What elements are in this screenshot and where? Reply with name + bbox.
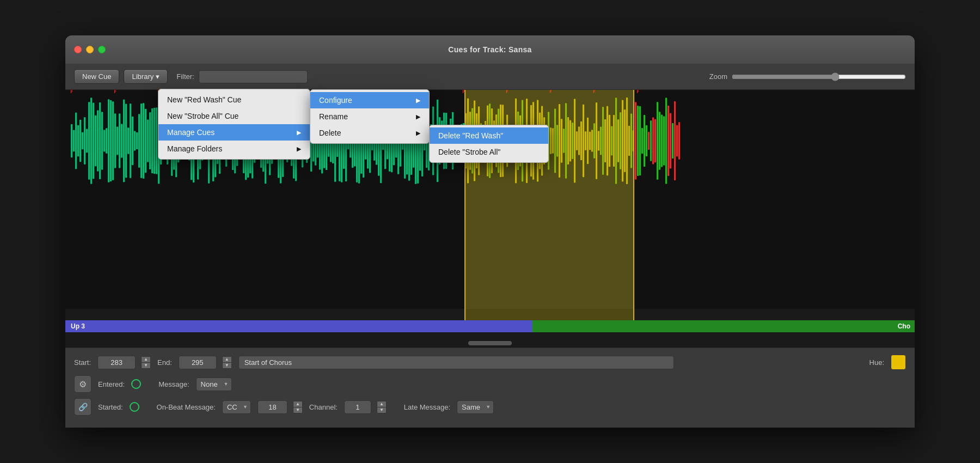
- menu-item-delete-red-wash[interactable]: Delete "Red Wash": [430, 127, 548, 144]
- menu-item-configure[interactable]: Configure ▶: [310, 92, 429, 108]
- cho-label: Cho: [898, 322, 910, 330]
- svg-rect-279: [670, 113, 671, 169]
- start-label: Start:: [74, 358, 91, 367]
- link-icon: 🔗: [78, 403, 88, 411]
- configure-chevron: ▶: [416, 97, 420, 104]
- dropdown-arrow-icon: ▾: [156, 72, 160, 81]
- library-label: Library: [132, 72, 154, 81]
- late-message-select[interactable]: Same: [457, 400, 494, 414]
- beat-down-btn[interactable]: ▼: [293, 407, 303, 413]
- svg-rect-5: [73, 130, 75, 152]
- rename-chevron: ▶: [416, 113, 420, 120]
- maximize-button[interactable]: [98, 46, 106, 53]
- svg-rect-265: [639, 106, 641, 175]
- zoom-slider[interactable]: [732, 72, 906, 81]
- menu-item-manage-cues[interactable]: Manage Cues ▶ Configure ▶ Rename ▶ Delet…: [158, 124, 310, 141]
- end-input[interactable]: [179, 356, 217, 369]
- message-label: Message:: [158, 380, 189, 388]
- svg-rect-276: [663, 116, 665, 165]
- message-select[interactable]: None: [196, 377, 232, 391]
- end-label: End:: [157, 358, 172, 367]
- beat-number-input[interactable]: [258, 400, 287, 414]
- svg-rect-4: [71, 124, 72, 157]
- svg-rect-283: [678, 122, 680, 159]
- channel-input[interactable]: [344, 400, 371, 414]
- svg-rect-270: [650, 120, 652, 161]
- entered-radio[interactable]: [131, 379, 141, 389]
- end-down-btn[interactable]: ▼: [222, 362, 232, 369]
- svg-rect-17: [99, 102, 101, 179]
- main-window: Cues for Track: Sansa New Cue Library ▾ …: [65, 35, 915, 428]
- delete-submenu: Delete "Red Wash" Delete "Strobe All": [429, 125, 549, 163]
- svg-rect-13: [90, 98, 92, 184]
- started-radio[interactable]: [130, 402, 139, 412]
- menu-item-new-strobe-all[interactable]: New "Strobe All" Cue: [158, 108, 310, 124]
- filter-input[interactable]: [199, 70, 308, 83]
- close-button[interactable]: [74, 46, 82, 53]
- svg-rect-287: [115, 90, 116, 92]
- svg-rect-282: [676, 125, 678, 156]
- started-label: Started:: [98, 403, 123, 411]
- menu-item-rename[interactable]: Rename ▶: [310, 108, 429, 125]
- channel-down-btn[interactable]: ▼: [377, 407, 387, 413]
- menu-item-manage-folders[interactable]: Manage Folders ▶: [158, 141, 310, 157]
- gear-icon-btn[interactable]: ⚙: [74, 375, 91, 393]
- svg-rect-266: [641, 128, 643, 154]
- message-select-wrapper: None: [196, 377, 232, 391]
- controls-row-2: ⚙ Entered: Message: None: [74, 375, 906, 393]
- menu-item-new-red-wash[interactable]: New "Red Wash" Cue: [158, 92, 310, 108]
- library-button[interactable]: Library ▾: [124, 69, 168, 84]
- beat-up-btn[interactable]: ▲: [293, 401, 303, 407]
- manage-cues-chevron: ▶: [297, 129, 301, 136]
- channel-up-btn[interactable]: ▲: [377, 401, 387, 407]
- start-up-btn[interactable]: ▲: [141, 356, 151, 362]
- svg-rect-278: [667, 106, 669, 176]
- cue-name-input[interactable]: [238, 356, 674, 369]
- menu-item-delete-strobe-all[interactable]: Delete "Strobe All": [430, 144, 548, 160]
- svg-rect-31: [130, 103, 131, 178]
- svg-rect-16: [97, 110, 99, 171]
- end-up-btn[interactable]: ▲: [222, 356, 232, 362]
- start-down-btn[interactable]: ▼: [141, 362, 151, 369]
- svg-rect-310: [637, 90, 638, 93]
- link-icon-btn[interactable]: 🔗: [74, 398, 91, 416]
- rename-label: Rename: [319, 112, 348, 121]
- manage-cues-submenu: Configure ▶ Rename ▶ Delete ▶ Delete "Re…: [310, 89, 430, 144]
- svg-rect-285: [72, 90, 72, 92]
- svg-rect-42: [154, 108, 155, 174]
- svg-rect-268: [646, 125, 647, 156]
- hue-swatch[interactable]: [891, 355, 906, 370]
- svg-rect-14: [93, 103, 94, 179]
- late-message-select-wrapper: Same: [457, 400, 494, 414]
- on-beat-select[interactable]: CC: [222, 400, 251, 414]
- menu-item-delete[interactable]: Delete ▶ Delete "Red Wash" Delete "Strob…: [310, 125, 429, 141]
- beat-number-stepper: ▲ ▼: [293, 401, 303, 413]
- toolbar: New Cue Library ▾ Filter: Zoom New "Red …: [65, 64, 915, 90]
- controls-row-3: 🔗 Started: On-Beat Message: CC ▲ ▼ Chann…: [74, 398, 906, 416]
- delete-label: Delete: [319, 129, 341, 137]
- svg-rect-29: [125, 104, 127, 178]
- start-input[interactable]: [97, 356, 136, 369]
- filter-label: Filter:: [176, 72, 194, 81]
- zoom-label: Zoom: [709, 72, 727, 81]
- svg-rect-267: [644, 115, 645, 167]
- svg-rect-263: [635, 102, 636, 179]
- svg-rect-286: [114, 90, 115, 93]
- svg-rect-20: [106, 128, 107, 153]
- svg-rect-6: [75, 113, 77, 169]
- up3-label: Up 3: [71, 322, 85, 330]
- waveform-scrollbar[interactable]: [468, 341, 512, 345]
- gear-icon: ⚙: [79, 379, 87, 389]
- svg-rect-39: [147, 120, 149, 162]
- traffic-lights: [74, 46, 106, 53]
- channel-stepper: ▲ ▼: [377, 401, 387, 413]
- svg-rect-281: [674, 101, 676, 180]
- svg-rect-23: [112, 101, 114, 180]
- svg-rect-9: [82, 132, 83, 149]
- new-cue-button[interactable]: New Cue: [74, 69, 119, 84]
- svg-rect-284: [71, 90, 71, 93]
- minimize-button[interactable]: [86, 46, 94, 53]
- svg-rect-10: [84, 117, 85, 165]
- svg-rect-264: [637, 106, 639, 176]
- svg-rect-271: [652, 118, 654, 165]
